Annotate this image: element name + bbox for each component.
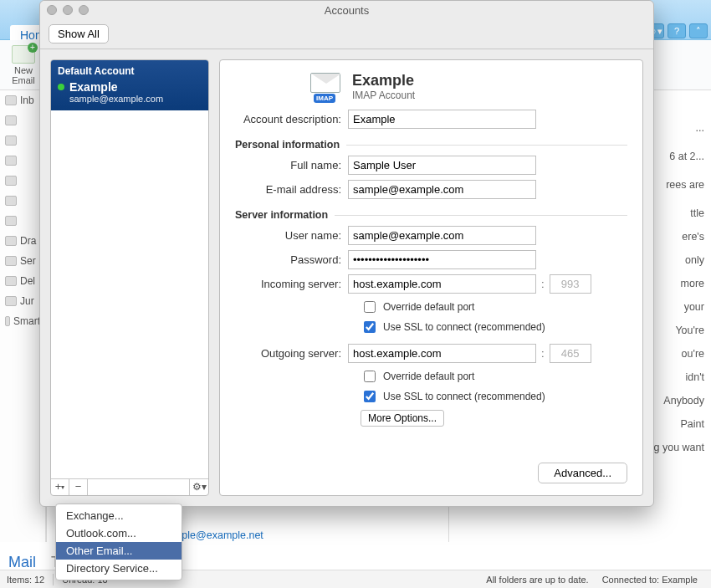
- outgoing-port-input[interactable]: [550, 344, 591, 363]
- outgoing-ssl-label: Use SSL to connect (recommended): [383, 391, 545, 402]
- window-titlebar: Accounts: [40, 1, 653, 19]
- account-email: sample@example.com: [69, 94, 163, 104]
- sidebar-folder[interactable]: [0, 110, 45, 130]
- add-account-menu-item[interactable]: Other Email...: [56, 542, 182, 560]
- more-options-button[interactable]: More Options...: [361, 410, 444, 427]
- ribbon-help-group: ☺▾ ? ˄: [646, 23, 708, 38]
- zoom-button[interactable]: [79, 5, 89, 15]
- label-email: E-mail address:: [235, 183, 348, 196]
- sidebar-folder[interactable]: [0, 151, 45, 171]
- sidebar-folder[interactable]: [0, 171, 45, 191]
- add-account-menu-item[interactable]: Outlook.com...: [56, 524, 182, 542]
- imap-badge: IMAP: [314, 94, 335, 103]
- folder-icon: [5, 236, 17, 246]
- status-connection: Connected to: Example: [602, 575, 698, 585]
- account-actions: +▾ − ⚙▾: [51, 478, 208, 495]
- username-input[interactable]: [348, 226, 536, 245]
- new-email-icon: [12, 45, 35, 64]
- new-email-button[interactable]: New Email: [5, 45, 42, 85]
- incoming-server-input[interactable]: [348, 274, 536, 294]
- label-description: Account description:: [235, 113, 348, 125]
- mail-icon: IMAP: [310, 73, 344, 101]
- incoming-override-label: Override default port: [383, 301, 474, 313]
- folder-icon: [5, 276, 17, 286]
- sidebar-folder[interactable]: Inb: [0, 90, 45, 110]
- minimize-button[interactable]: [63, 5, 73, 15]
- account-name: Example: [69, 80, 163, 94]
- sidebar-folder[interactable]: Smart: [0, 311, 45, 331]
- outgoing-override-label: Override default port: [383, 371, 474, 382]
- sidebar-folder[interactable]: Ser: [0, 251, 45, 271]
- label-password: Password:: [235, 253, 348, 266]
- incoming-ssl-checkbox[interactable]: [364, 321, 376, 333]
- account-settings-button[interactable]: ⚙▾: [190, 479, 208, 495]
- outgoing-ssl-checkbox[interactable]: [364, 391, 376, 402]
- folder-icon: [5, 296, 17, 306]
- close-button[interactable]: [47, 5, 57, 15]
- sidebar-folder[interactable]: [0, 211, 45, 231]
- detail-account-type: IMAP Account: [352, 89, 415, 101]
- ribbon-collapse-icon[interactable]: ˄: [689, 23, 708, 38]
- add-account-menu: Exchange...Outlook.com...Other Email...D…: [55, 504, 182, 580]
- add-account-menu-item[interactable]: Exchange...: [56, 507, 182, 524]
- help-question-icon[interactable]: ?: [668, 23, 686, 38]
- folder-icon: [5, 135, 17, 146]
- add-account-button[interactable]: +▾: [51, 479, 69, 495]
- password-input[interactable]: [348, 250, 536, 269]
- outgoing-override-checkbox[interactable]: [364, 371, 376, 382]
- sidebar-folder[interactable]: [0, 130, 45, 151]
- folder-icon: [5, 156, 17, 166]
- show-all-button[interactable]: Show All: [49, 24, 109, 43]
- folder-icon: [5, 115, 17, 125]
- status-sync: All folders are up to date.: [486, 575, 588, 585]
- account-description-input[interactable]: [348, 110, 536, 129]
- incoming-ssl-label: Use SSL to connect (recommended): [383, 321, 545, 333]
- folder-icon: [5, 176, 17, 186]
- account-detail-panel: IMAP Example IMAP Account Account descri…: [219, 59, 643, 496]
- status-dot-icon: [58, 84, 64, 90]
- detail-header: IMAP Example IMAP Account: [235, 72, 627, 101]
- label-fullname: Full name:: [235, 159, 348, 171]
- tab-mail[interactable]: Mail: [8, 554, 36, 571]
- folder-icon: [5, 256, 17, 266]
- status-items: Items: 12: [7, 575, 44, 585]
- fullname-input[interactable]: [348, 156, 536, 175]
- account-list-empty-area: [51, 110, 208, 478]
- window-title: Accounts: [325, 4, 369, 17]
- section-personal: Personal information: [235, 139, 627, 151]
- accounts-window: Accounts Show All Default Account Exampl…: [39, 0, 654, 507]
- incoming-port-input[interactable]: [550, 274, 591, 294]
- sidebar-folder[interactable]: Jur: [0, 291, 45, 311]
- label-outgoing: Outgoing server:: [235, 347, 348, 360]
- outgoing-server-input[interactable]: [348, 344, 536, 363]
- traffic-lights: [47, 5, 89, 15]
- email-input[interactable]: [348, 180, 536, 199]
- accounts-list: Default Account Example sample@example.c…: [50, 59, 209, 496]
- default-account-label: Default Account: [58, 65, 202, 77]
- window-toolbar: Show All: [40, 19, 653, 49]
- sidebar-folder[interactable]: Del: [0, 271, 45, 291]
- account-item-selected[interactable]: Default Account Example sample@example.c…: [51, 60, 208, 110]
- account-actions-spacer: [88, 479, 190, 495]
- folder-icon: [5, 216, 17, 226]
- advanced-button[interactable]: Advanced...: [538, 463, 627, 483]
- add-account-menu-item[interactable]: Directory Service...: [56, 560, 182, 577]
- section-server: Server information: [235, 209, 627, 221]
- folder-icon: [5, 196, 17, 206]
- label-incoming: Incoming server:: [235, 278, 348, 290]
- sidebar-folder[interactable]: Dra: [0, 231, 45, 251]
- folder-icon: [5, 316, 10, 326]
- detail-account-name: Example: [352, 72, 415, 89]
- sidebar-folder[interactable]: [0, 191, 45, 211]
- remove-account-button[interactable]: −: [69, 479, 88, 495]
- folder-icon: [5, 95, 17, 105]
- label-username: User name:: [235, 229, 348, 242]
- incoming-override-checkbox[interactable]: [364, 301, 376, 313]
